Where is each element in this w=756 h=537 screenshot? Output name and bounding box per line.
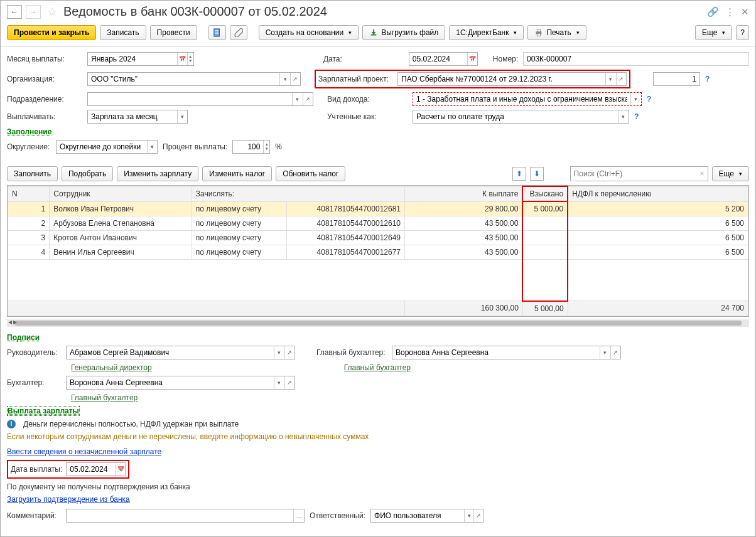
income-input[interactable]: ▾: [413, 92, 642, 106]
pay-field[interactable]: [88, 110, 177, 123]
zp-field[interactable]: [398, 73, 605, 85]
change-tax-button[interactable]: Изменить налог: [202, 166, 272, 181]
dropdown-icon[interactable]: ▾: [600, 346, 610, 359]
zp-input[interactable]: ▾ ↗: [397, 72, 627, 86]
chief-pos-link[interactable]: Главный бухгалтер: [344, 363, 411, 372]
col-acc[interactable]: Зачислять:: [192, 186, 404, 201]
move-up-button[interactable]: ⬆: [512, 167, 526, 181]
acc-input[interactable]: ▾↗: [66, 376, 295, 390]
load-confirm-link[interactable]: Загрузить подтверждение из банка: [7, 495, 130, 504]
open-icon[interactable]: ↗: [473, 509, 483, 522]
open-icon[interactable]: ↗: [284, 376, 294, 389]
paydate-input[interactable]: 📅: [66, 462, 126, 476]
dropdown-icon[interactable]: ▾: [605, 73, 615, 85]
month-field[interactable]: [88, 53, 177, 65]
open-icon[interactable]: ↗: [616, 73, 626, 85]
head-pos-link[interactable]: Генеральный директор: [71, 363, 152, 372]
one-input[interactable]: [653, 72, 700, 86]
table-row[interactable]: 4Венин Илья Сергеевичпо лицевому счету40…: [8, 245, 748, 260]
ellipsis-icon[interactable]: …: [293, 509, 304, 522]
calendar-icon[interactable]: 📅: [177, 53, 186, 65]
accounted-field[interactable]: [413, 110, 618, 123]
post-button[interactable]: Провести: [150, 25, 197, 40]
percent-spinner[interactable]: ▲▼: [263, 141, 269, 153]
search-field[interactable]: [574, 169, 700, 178]
income-field[interactable]: [413, 93, 630, 105]
chief-input[interactable]: ▾↗: [392, 346, 621, 359]
dropdown-icon[interactable]: ▾: [279, 73, 289, 85]
pay-input[interactable]: ▾: [87, 110, 188, 124]
close-icon[interactable]: ✕: [741, 6, 749, 18]
save-button[interactable]: Записать: [100, 25, 146, 40]
col-pay[interactable]: К выплате: [405, 186, 523, 201]
grid-more-button[interactable]: Еще: [712, 166, 749, 181]
kebab-menu-icon[interactable]: ⋮: [725, 6, 735, 18]
chief-field[interactable]: [392, 346, 600, 359]
table-row[interactable]: 2Арбузова Елена Степановнапо лицевому сч…: [8, 216, 748, 231]
dropdown-icon[interactable]: ▾: [618, 110, 629, 123]
head-input[interactable]: ▾↗: [66, 346, 295, 359]
move-down-button[interactable]: ⬇: [530, 167, 544, 181]
table-row[interactable]: 3Кротов Антон Ивановичпо лицевому счету4…: [8, 231, 748, 245]
dropdown-icon[interactable]: ▾: [177, 110, 187, 123]
dropdown-icon[interactable]: ▾: [630, 93, 641, 105]
dropdown-icon[interactable]: ▾: [464, 509, 473, 522]
movements-button[interactable]: [208, 25, 226, 40]
enter-unpaid-link[interactable]: Ввести сведения о незачисленной зарплате: [7, 447, 161, 456]
dropdown-icon[interactable]: ▾: [274, 376, 284, 389]
date-field[interactable]: [409, 53, 468, 65]
dropdown-icon[interactable]: ▾: [292, 93, 302, 105]
update-tax-button[interactable]: Обновить налог: [276, 166, 345, 181]
table-row[interactable]: 1Волков Иван Петровичпо лицевому счету40…: [8, 201, 748, 216]
open-icon[interactable]: ↗: [303, 93, 313, 105]
help-icon[interactable]: ?: [705, 75, 710, 83]
dropdown-icon[interactable]: ▾: [274, 346, 284, 359]
month-spinner[interactable]: ▲▼: [187, 53, 193, 65]
date-input[interactable]: 📅: [409, 52, 478, 66]
payment-section-link[interactable]: Выплата зарплаты: [7, 406, 80, 416]
link-icon[interactable]: 🔗: [707, 6, 719, 18]
create-based-on-button[interactable]: Создать на основании: [259, 25, 359, 40]
employees-table[interactable]: N Сотрудник Зачислять: К выплате Взыскан…: [7, 185, 749, 317]
dropdown-icon[interactable]: ▾: [147, 141, 157, 153]
podr-input[interactable]: ▾ ↗: [87, 92, 313, 106]
help-button[interactable]: ?: [736, 25, 749, 40]
open-icon[interactable]: ↗: [284, 346, 294, 359]
attachments-button[interactable]: [230, 25, 247, 40]
print-button[interactable]: Печать: [527, 25, 586, 40]
horizontal-scrollbar[interactable]: [7, 319, 749, 327]
col-n[interactable]: N: [8, 186, 50, 201]
one-field[interactable]: [654, 73, 699, 85]
signatures-link[interactable]: Подписи: [7, 333, 40, 342]
post-and-close-button[interactable]: Провести и закрыть: [7, 25, 96, 40]
acc-field[interactable]: [67, 376, 274, 389]
round-input[interactable]: ▾: [56, 140, 158, 154]
col-vz[interactable]: Взыскано: [522, 186, 568, 201]
head-field[interactable]: [67, 346, 274, 359]
more-button[interactable]: Еще: [695, 25, 732, 40]
acc-pos-link[interactable]: Главный бухгалтер: [71, 393, 138, 402]
open-icon[interactable]: ↗: [290, 73, 300, 85]
comment-field[interactable]: [67, 509, 293, 522]
col-emp[interactable]: Сотрудник: [50, 186, 192, 201]
percent-input[interactable]: ▲▼: [232, 140, 270, 154]
help-icon[interactable]: ?: [634, 112, 639, 121]
calendar-icon[interactable]: 📅: [467, 53, 477, 65]
resp-input[interactable]: ▾↗: [370, 509, 483, 523]
search-input[interactable]: ×: [570, 166, 708, 181]
org-input[interactable]: ▾ ↗: [87, 72, 301, 86]
comment-input[interactable]: …: [66, 509, 305, 523]
resp-field[interactable]: [371, 509, 464, 522]
open-icon[interactable]: ↗: [610, 346, 620, 359]
change-salary-button[interactable]: Изменить зарплату: [117, 166, 198, 181]
fill-button[interactable]: Заполнить: [7, 166, 58, 181]
clear-search-icon[interactable]: ×: [700, 169, 705, 178]
percent-field[interactable]: [233, 141, 263, 153]
pick-button[interactable]: Подобрать: [62, 166, 113, 181]
month-input[interactable]: 📅 ▲▼: [87, 52, 194, 66]
favorite-star-icon[interactable]: ☆: [47, 5, 57, 19]
accounted-input[interactable]: ▾: [413, 110, 629, 124]
nav-back-button[interactable]: ←: [7, 5, 22, 19]
round-field[interactable]: [57, 141, 147, 153]
direct-bank-button[interactable]: 1С:ДиректБанк: [449, 25, 524, 40]
